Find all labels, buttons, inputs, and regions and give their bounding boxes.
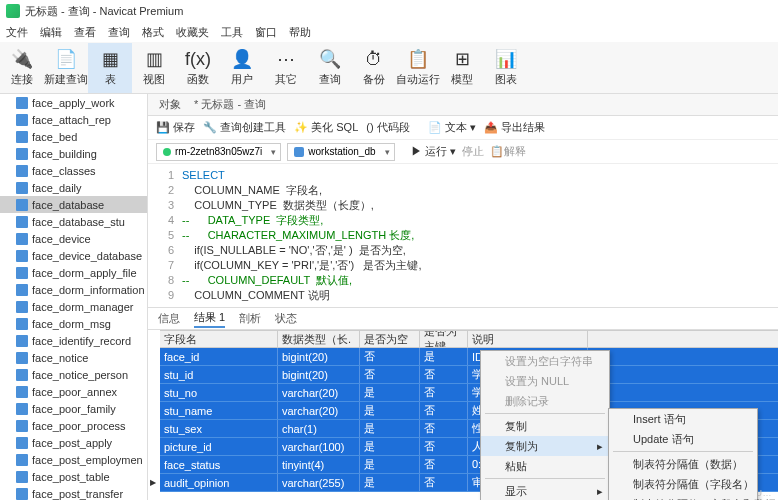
context-submenu[interactable]: Insert 语句Update 语句制表符分隔值（数据）制表符分隔值（字段名）制… [608, 408, 758, 500]
menu-窗口[interactable]: 窗口 [255, 25, 277, 40]
tab-objects[interactable]: 对象 [156, 97, 181, 112]
tool-表[interactable]: ▦表 [88, 43, 132, 93]
builder-button[interactable]: 🔧 查询创建工具 [203, 120, 286, 135]
query-toolbar: 💾 保存 🔧 查询创建工具 ✨ 美化 SQL () 代码段 📄 文本 ▾ 📤 导… [148, 116, 778, 140]
menu-收藏夹[interactable]: 收藏夹 [176, 25, 209, 40]
ctx-设置为 NULL[interactable]: 设置为 NULL [481, 371, 609, 391]
menu-查询[interactable]: 查询 [108, 25, 130, 40]
ctx-制表符分隔值（数据）[interactable]: 制表符分隔值（数据） [609, 454, 757, 474]
connection-bar: rm-2zetn83n05wz7i workstation_db ▶ 运行 ▾ … [148, 140, 778, 164]
document-tabs[interactable]: 对象 * 无标题 - 查询 [148, 94, 778, 116]
server-select[interactable]: rm-2zetn83n05wz7i [156, 143, 281, 161]
col-header[interactable]: 说明 [468, 331, 588, 347]
result-tabs[interactable]: 信息结果 1剖析状态 [148, 308, 778, 330]
context-menu[interactable]: 设置为空白字符串设置为 NULL删除记录复制复制为粘贴显示 [480, 350, 610, 500]
table-face_notice_person[interactable]: face_notice_person [0, 366, 147, 383]
table-face_dorm_information[interactable]: face_dorm_information [0, 281, 147, 298]
rtab-信息[interactable]: 信息 [158, 311, 180, 326]
export-button[interactable]: 📤 导出结果 [484, 120, 545, 135]
模型-icon: ⊞ [451, 48, 473, 70]
col-header[interactable]: 是否为空 [360, 331, 420, 347]
table-face_poor_annex[interactable]: face_poor_annex [0, 383, 147, 400]
titlebar: 无标题 - 查询 - Navicat Premium [0, 0, 778, 22]
table-face_dorm_manager[interactable]: face_dorm_manager [0, 298, 147, 315]
tool-视图[interactable]: ▥视图 [132, 43, 176, 93]
tool-新建查询[interactable]: 📄新建查询 [44, 43, 88, 93]
table-face_attach_rep[interactable]: face_attach_rep [0, 111, 147, 128]
table-face_database_stu[interactable]: face_database_stu [0, 213, 147, 230]
run-button[interactable]: ▶ 运行 ▾ [411, 144, 456, 159]
beautify-button[interactable]: ✨ 美化 SQL [294, 120, 358, 135]
用户-icon: 👤 [231, 48, 253, 70]
ctx-制表符分隔值（字段名和数据）[interactable]: 制表符分隔值（字段名和数据） [609, 494, 757, 500]
table-face_daily[interactable]: face_daily [0, 179, 147, 196]
tool-查询[interactable]: 🔍查询 [308, 43, 352, 93]
rtab-剖析[interactable]: 剖析 [239, 311, 261, 326]
table-row[interactable]: stu_idbigint(20)否否学生ID [160, 366, 778, 384]
table-icon [16, 148, 28, 160]
table-face_device_database[interactable]: face_device_database [0, 247, 147, 264]
sql-editor[interactable]: 1SELECT2 COLUMN_NAME 字段名,3 COLUMN_TYPE 数… [148, 164, 778, 308]
table-face_post_employmen[interactable]: face_post_employmen [0, 451, 147, 468]
ctx-Update 语句[interactable]: Update 语句 [609, 429, 757, 449]
table-face_poor_process[interactable]: face_poor_process [0, 417, 147, 434]
table-face_poor_family[interactable]: face_poor_family [0, 400, 147, 417]
table-face_post_transfer[interactable]: face_post_transfer [0, 485, 147, 500]
table-face_identify_record[interactable]: face_identify_record [0, 332, 147, 349]
ctx-复制[interactable]: 复制 [481, 416, 609, 436]
tool-连接[interactable]: 🔌连接 [0, 43, 44, 93]
menu-查看[interactable]: 查看 [74, 25, 96, 40]
ctx-Insert 语句[interactable]: Insert 语句 [609, 409, 757, 429]
ctx-复制为[interactable]: 复制为 [481, 436, 609, 456]
explain-button[interactable]: 📋解释 [490, 144, 526, 159]
table-face_post_apply[interactable]: face_post_apply [0, 434, 147, 451]
table-face_device[interactable]: face_device [0, 230, 147, 247]
tool-用户[interactable]: 👤用户 [220, 43, 264, 93]
text-button[interactable]: 📄 文本 ▾ [428, 120, 476, 135]
col-header[interactable]: 字段名 [160, 331, 278, 347]
table-icon [16, 488, 28, 500]
tab-query[interactable]: * 无标题 - 查询 [191, 97, 266, 112]
table-icon [16, 318, 28, 330]
ctx-删除记录[interactable]: 删除记录 [481, 391, 609, 411]
rtab-状态[interactable]: 状态 [275, 311, 297, 326]
tool-备份[interactable]: ⏱备份 [352, 43, 396, 93]
ctx-粘贴[interactable]: 粘贴 [481, 456, 609, 476]
col-header[interactable]: 数据类型（长. [278, 331, 360, 347]
menu-工具[interactable]: 工具 [221, 25, 243, 40]
menu-文件[interactable]: 文件 [6, 25, 28, 40]
table-face_notice[interactable]: face_notice [0, 349, 147, 366]
table-face_database[interactable]: face_database [0, 196, 147, 213]
tool-模型[interactable]: ⊞模型 [440, 43, 484, 93]
table-icon [16, 199, 28, 211]
ctx-设置为空白字符串[interactable]: 设置为空白字符串 [481, 351, 609, 371]
table-icon [16, 114, 28, 126]
table-icon [16, 403, 28, 415]
ctx-显示[interactable]: 显示 [481, 481, 609, 500]
tool-自动运行[interactable]: 📋自动运行 [396, 43, 440, 93]
table-face_post_table[interactable]: face_post_table [0, 468, 147, 485]
segment-button[interactable]: () 代码段 [366, 120, 409, 135]
table-face_dorm_msg[interactable]: face_dorm_msg [0, 315, 147, 332]
sidebar[interactable]: face_apply_workface_attach_repface_bedfa… [0, 94, 148, 500]
tool-函数[interactable]: f(x)函数 [176, 43, 220, 93]
ctx-制表符分隔值（字段名）[interactable]: 制表符分隔值（字段名） [609, 474, 757, 494]
tool-其它[interactable]: ⋯其它 [264, 43, 308, 93]
stop-button[interactable]: 停止 [462, 144, 484, 159]
tool-图表[interactable]: 📊图表 [484, 43, 528, 93]
table-face_dorm_apply_file[interactable]: face_dorm_apply_file [0, 264, 147, 281]
rtab-结果 1[interactable]: 结果 1 [194, 310, 225, 328]
table-face_bed[interactable]: face_bed [0, 128, 147, 145]
table-row[interactable]: face_idbigint(20)否是ID [160, 348, 778, 366]
table-row[interactable]: stu_novarchar(20)是否学号 [160, 384, 778, 402]
database-select[interactable]: workstation_db [287, 143, 394, 161]
app-icon [6, 4, 20, 18]
menu-格式[interactable]: 格式 [142, 25, 164, 40]
table-face_classes[interactable]: face_classes [0, 162, 147, 179]
table-face_apply_work[interactable]: face_apply_work [0, 94, 147, 111]
save-button[interactable]: 💾 保存 [156, 120, 195, 135]
col-header[interactable]: 是否为主键 [420, 331, 468, 347]
menu-帮助[interactable]: 帮助 [289, 25, 311, 40]
menu-编辑[interactable]: 编辑 [40, 25, 62, 40]
table-face_building[interactable]: face_building [0, 145, 147, 162]
